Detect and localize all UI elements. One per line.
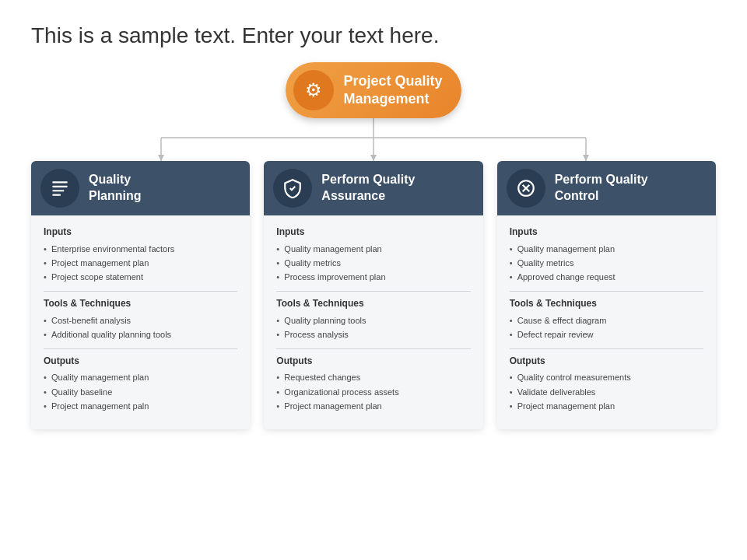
- quality-control-column: Perform Quality Control Inputs Quality m…: [497, 161, 716, 429]
- outputs-label-1: Outputs: [44, 355, 237, 366]
- list-item: Requested changes: [276, 371, 470, 385]
- list-item: Enterprise environmental factors: [44, 242, 237, 256]
- list-item: Quality baseline: [44, 385, 237, 399]
- list-item: Organizational process assets: [276, 385, 470, 399]
- outputs-label-3: Outputs: [510, 355, 703, 366]
- list-item: Quality management plan: [276, 242, 470, 256]
- tools-list-3: Cause & effect diagram Defect repair rev…: [510, 313, 703, 342]
- outputs-list-2: Requested changes Organizational process…: [276, 371, 470, 414]
- svg-marker-7: [583, 155, 589, 161]
- list-item: Project management paln: [44, 400, 237, 414]
- list-item: Process improvement plan: [276, 271, 470, 285]
- quality-planning-body: Inputs Enterprise environmental factors …: [31, 215, 250, 429]
- list-item: Project management plan: [276, 400, 470, 414]
- divider: [510, 348, 703, 349]
- list-item: Validate deliverables: [510, 385, 703, 399]
- inputs-list-1: Enterprise environmental factors Project…: [44, 242, 237, 285]
- wrench-icon: [507, 169, 545, 208]
- list-item: Project management plan: [510, 400, 703, 414]
- page: This is a sample text. Enter your text h…: [0, 0, 747, 560]
- svg-rect-9: [52, 186, 68, 187]
- divider: [510, 291, 703, 292]
- svg-marker-6: [370, 155, 377, 161]
- quality-planning-header: Quality Planning: [31, 161, 250, 215]
- svg-rect-10: [52, 190, 64, 191]
- quality-assurance-header: Perform Quality Assurance: [264, 161, 482, 215]
- svg-marker-5: [158, 155, 164, 161]
- quality-control-header: Perform Quality Control: [497, 161, 716, 215]
- list-item: Project management plan: [44, 256, 237, 270]
- page-title: This is a sample text. Enter your text h…: [31, 23, 439, 48]
- divider: [44, 348, 237, 349]
- list-item: Process analysis: [276, 328, 470, 342]
- list-item: Quality metrics: [276, 256, 470, 270]
- tools-list-2: Quality planning tools Process analysis: [276, 313, 470, 342]
- inputs-list-3: Quality management plan Quality metrics …: [510, 242, 703, 285]
- quality-control-body: Inputs Quality management plan Quality m…: [497, 215, 716, 429]
- divider: [276, 348, 470, 349]
- list-item: Cause & effect diagram: [510, 313, 703, 327]
- outputs-list-1: Quality management plan Quality baseline…: [44, 371, 237, 414]
- tools-list-1: Cost-benefit analysis Additional quality…: [44, 313, 237, 342]
- divider: [44, 291, 237, 292]
- quality-planning-column: Quality Planning Inputs Enterprise envir…: [31, 161, 250, 429]
- tools-label-3: Tools & Techniques: [510, 298, 703, 309]
- quality-assurance-body: Inputs Quality management plan Quality m…: [264, 215, 482, 429]
- outputs-label-2: Outputs: [276, 355, 470, 366]
- inputs-list-2: Quality management plan Quality metrics …: [276, 242, 470, 285]
- tools-label-1: Tools & Techniques: [44, 298, 237, 309]
- inputs-label-1: Inputs: [44, 226, 237, 237]
- gear-icon: ⚙: [293, 70, 334, 110]
- divider: [276, 291, 470, 292]
- list-item: Quality management plan: [44, 371, 237, 385]
- badge-label: Project Quality Management: [343, 72, 442, 109]
- shield-icon: [273, 169, 312, 208]
- svg-rect-11: [52, 194, 61, 196]
- list-item: Defect repair review: [510, 328, 703, 342]
- inputs-label-3: Inputs: [510, 226, 703, 237]
- list-item: Cost-benefit analysis: [44, 313, 237, 327]
- quality-control-title: Perform Quality Control: [555, 172, 648, 205]
- svg-rect-8: [52, 181, 68, 183]
- list-item: Quality management plan: [510, 242, 703, 256]
- connector-lines: [54, 118, 693, 161]
- inputs-label-2: Inputs: [276, 226, 470, 237]
- list-item: Approved change request: [510, 271, 703, 285]
- quality-planning-title: Quality Planning: [89, 172, 142, 205]
- quality-assurance-title: Perform Quality Assurance: [321, 172, 415, 205]
- list-item: Additional quality planning tools: [44, 328, 237, 342]
- tools-label-2: Tools & Techniques: [276, 298, 470, 309]
- quality-assurance-column: Perform Quality Assurance Inputs Quality…: [264, 161, 482, 429]
- columns-container: Quality Planning Inputs Enterprise envir…: [31, 161, 716, 429]
- list-item: Quality metrics: [510, 256, 703, 270]
- list-icon: [40, 169, 79, 208]
- project-quality-badge: ⚙ Project Quality Management: [286, 62, 461, 118]
- list-item: Project scope statement: [44, 271, 237, 285]
- list-item: Quality control measurements: [510, 371, 703, 385]
- top-badge-container: ⚙ Project Quality Management: [286, 62, 461, 118]
- list-item: Quality planning tools: [276, 313, 470, 327]
- outputs-list-3: Quality control measurements Validate de…: [510, 371, 703, 414]
